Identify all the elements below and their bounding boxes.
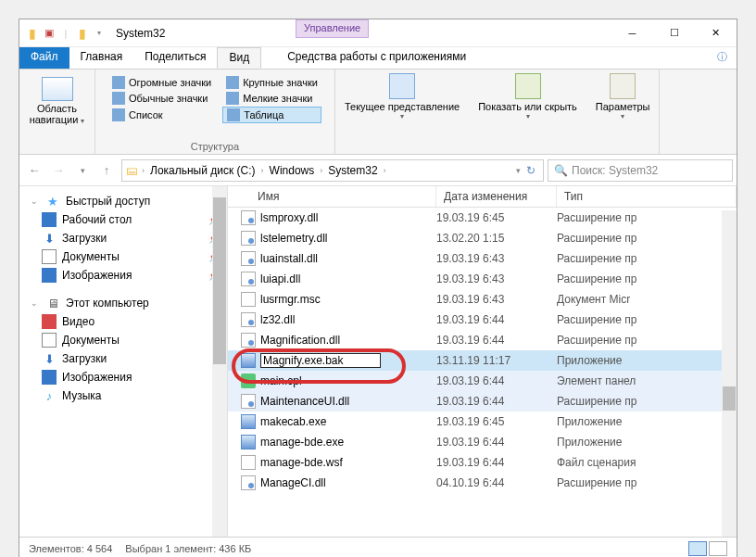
- folder-icon: ▮: [25, 26, 40, 41]
- maximize-button[interactable]: ☐: [653, 19, 695, 47]
- search-input[interactable]: 🔍Поиск: System32: [548, 159, 733, 182]
- filelist-scrollbar[interactable]: [722, 210, 737, 537]
- file-name: ManageCI.dll: [260, 476, 326, 489]
- file-row[interactable]: lsmproxy.dll19.03.19 6:45Расширение пр: [228, 208, 737, 228]
- tab-file[interactable]: Файл: [19, 47, 69, 69]
- sidebar-documents[interactable]: Документы📌: [19, 247, 227, 266]
- sidebar-downloads2[interactable]: ⬇Загрузки: [19, 349, 227, 368]
- tab-share[interactable]: Поделиться: [133, 47, 217, 69]
- show-hide-button[interactable]: Показать или скрыть▾: [469, 70, 586, 154]
- sidebar-scrollbar[interactable]: [212, 186, 227, 537]
- sidebar-quick-access[interactable]: ⌄★Быстрый доступ: [19, 192, 227, 210]
- file-row[interactable]: lstelemetry.dll13.02.20 1:15Расширение п…: [228, 228, 737, 248]
- ribbon-collapse-icon[interactable]: ⓘ: [708, 47, 737, 69]
- nav-pane-label[interactable]: Область навигации ▾: [27, 103, 87, 125]
- file-row[interactable]: lusrmgr.msc19.03.19 6:43Документ Micr: [228, 289, 737, 310]
- dll-icon: [241, 231, 256, 246]
- dll-icon: [241, 251, 256, 266]
- file-row[interactable]: main.cpl19.03.19 6:44Элемент панел: [228, 371, 737, 391]
- tab-view[interactable]: Вид: [217, 47, 261, 69]
- file-date: 19.03.19 6:45: [436, 211, 557, 224]
- file-name: luiapi.dll: [260, 272, 300, 285]
- file-date: 13.11.19 11:17: [436, 354, 557, 367]
- qat-props-icon[interactable]: ▣: [42, 26, 57, 41]
- dll-icon: [241, 394, 256, 409]
- qat-dropdown[interactable]: ▾: [92, 26, 107, 41]
- layout-table[interactable]: Таблица: [222, 107, 321, 123]
- file-name: lsmproxy.dll: [260, 211, 318, 224]
- back-button[interactable]: ←: [23, 159, 45, 182]
- dll-icon: [241, 312, 256, 327]
- sidebar-desktop[interactable]: Рабочий стол📌: [19, 210, 227, 229]
- bc-system32[interactable]: System32: [326, 164, 379, 177]
- view-details-icon[interactable]: [688, 541, 707, 556]
- file-name: MaintenanceUI.dll: [260, 395, 349, 408]
- exe-icon: [241, 353, 256, 368]
- nav-pane-icon[interactable]: [42, 77, 73, 101]
- col-header-type[interactable]: Тип: [557, 186, 737, 207]
- file-type: Расширение пр: [557, 334, 737, 347]
- file-row[interactable]: luainstall.dll19.03.19 6:43Расширение пр: [228, 248, 737, 269]
- forward-button[interactable]: →: [47, 159, 69, 182]
- col-header-date[interactable]: Дата изменения: [436, 186, 557, 207]
- file-name: manage-bde.exe: [260, 436, 344, 449]
- refresh-icon[interactable]: ↻: [523, 164, 539, 177]
- file-row[interactable]: manage-bde.exe19.03.19 6:44Приложение: [228, 432, 737, 452]
- status-selected: Выбран 1 элемент: 436 КБ: [125, 543, 251, 554]
- file-row[interactable]: ManageCI.dll04.10.19 6:44Расширение пр: [228, 473, 737, 493]
- sidebar-music[interactable]: ♪Музыка: [19, 386, 227, 405]
- recent-dropdown[interactable]: ▾: [71, 159, 94, 182]
- file-list[interactable]: lsmproxy.dll19.03.19 6:45Расширение прls…: [228, 208, 737, 537]
- ribbon-group-view: Текущее представление▾ Показать или скры…: [335, 70, 661, 154]
- file-row[interactable]: MaintenanceUI.dll19.03.19 6:44Расширение…: [228, 391, 737, 411]
- tab-home[interactable]: Главная: [69, 47, 134, 69]
- file-type: Расширение пр: [557, 211, 737, 224]
- contextual-tab-manage[interactable]: Управление: [296, 19, 369, 38]
- close-button[interactable]: ✕: [695, 19, 737, 47]
- tab-app-tools[interactable]: Средства работы с приложениями: [276, 47, 477, 69]
- file-name: main.cpl: [260, 374, 302, 387]
- file-type: Документ Micr: [557, 293, 737, 306]
- sidebar-documents2[interactable]: Документы: [19, 331, 227, 349]
- sidebar-this-pc[interactable]: ⌄🖥Этот компьютер: [19, 294, 227, 312]
- view-thumbs-icon[interactable]: [709, 541, 727, 556]
- file-row[interactable]: makecab.exe19.03.19 6:45Приложение: [228, 411, 737, 432]
- sidebar-pictures2[interactable]: Изображения: [19, 368, 227, 386]
- file-name: luainstall.dll: [260, 252, 318, 265]
- sidebar-pictures[interactable]: Изображения📌: [19, 266, 227, 285]
- file-type: Приложение: [557, 354, 737, 367]
- file-type: Элемент панел: [557, 374, 737, 387]
- explorer-window: ▮ ▣ | ▮ ▾ System32 Управление ─ ☐ ✕ Файл…: [19, 19, 737, 557]
- layout-list[interactable]: Список: [108, 107, 215, 123]
- file-name: lusrmgr.msc: [260, 293, 321, 306]
- file-row[interactable]: manage-bde.wsf19.03.19 6:44Файл сценария: [228, 452, 737, 473]
- layout-huge[interactable]: Огромные значки: [108, 75, 215, 90]
- layout-small[interactable]: Мелкие значки: [222, 91, 321, 106]
- up-button[interactable]: ↑: [95, 159, 118, 182]
- layout-normal[interactable]: Обычные значки: [108, 91, 215, 106]
- options-button[interactable]: Параметры▾: [586, 70, 660, 154]
- sidebar-downloads[interactable]: ⬇Загрузки📌: [19, 229, 227, 247]
- file-row[interactable]: Magnification.dll19.03.19 6:44Расширение…: [228, 330, 737, 350]
- dll-icon: [241, 272, 256, 286]
- layout-large[interactable]: Крупные значки: [222, 75, 321, 90]
- current-view-button[interactable]: Текущее представление▾: [335, 70, 469, 154]
- file-row[interactable]: lz32.dll19.03.19 6:44Расширение пр: [228, 310, 737, 330]
- file-row[interactable]: 13.11.19 11:17Приложение: [228, 350, 737, 371]
- bc-windows[interactable]: Windows: [268, 164, 317, 177]
- rename-input[interactable]: [260, 353, 381, 368]
- file-date: 19.03.19 6:43: [436, 293, 557, 306]
- wsf-icon: [241, 455, 256, 470]
- col-header-name[interactable]: Имя: [228, 186, 436, 207]
- breadcrumb[interactable]: 🖴 › Локальный диск (C:)› Windows› System…: [121, 159, 544, 182]
- sidebar-video[interactable]: Видео: [19, 312, 227, 331]
- msc-icon: [241, 292, 256, 307]
- file-date: 19.03.19 6:43: [436, 252, 557, 265]
- file-type: Расширение пр: [557, 313, 737, 326]
- exe-icon: [241, 414, 256, 429]
- file-row[interactable]: luiapi.dll19.03.19 6:43Расширение пр: [228, 269, 737, 289]
- addressbar: ← → ▾ ↑ 🖴 › Локальный диск (C:)› Windows…: [19, 155, 737, 186]
- file-name: makecab.exe: [260, 415, 326, 428]
- minimize-button[interactable]: ─: [611, 19, 653, 47]
- bc-drive[interactable]: Локальный диск (C:): [148, 164, 258, 177]
